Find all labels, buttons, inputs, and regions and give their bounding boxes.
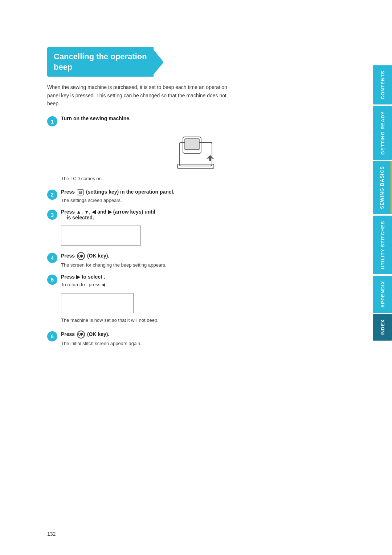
step-5-desc-return: To return to , press ◀ . [61,281,265,288]
step-5-note: The machine is now set so that it will n… [61,317,206,324]
title-block: Cancelling the operation beep [47,47,330,77]
step-6: 6 Press OK (OK key). The initial stitch … [47,331,265,347]
step-3-content: Press ▲, ▼, ◀ and ▶ (arrow keys) until i… [61,209,265,220]
divider [367,0,367,555]
main-content: Cancelling the operation beep When the s… [0,0,359,555]
intro-text: When the sewing machine is purchased, it… [47,83,236,108]
step-2-content: Press ⊟ (settings key) in the operation … [61,189,265,204]
sidebar-tab-index[interactable]: INDEX [373,314,392,341]
step-4-title: Press OK (OK key). [61,252,265,260]
step-5: 5 Press ▶ to select . To return to , pre… [47,274,265,288]
step-1: 1 Turn on the sewing machine. [47,116,265,126]
sewing-machine-svg [172,131,219,171]
step-number-3: 3 [47,210,57,220]
step-6-content: Press OK (OK key). The initial stitch sc… [61,331,265,347]
step-6-title: Press OK (OK key). [61,331,265,339]
step-number-6: 6 [47,331,57,341]
sidebar: CONTENTS GETTING READY SEWING BASICS UTI… [370,0,392,555]
step-5-title: Press ▶ to select . [61,274,265,280]
step-1-title: Turn on the sewing machine. [61,116,265,121]
step-3-title: Press ▲, ▼, ◀ and ▶ (arrow keys) until i… [61,209,265,220]
sidebar-tab-sewing-basics[interactable]: SEWING BASICS [373,161,392,214]
sidebar-tab-appendix[interactable]: APPENDIX [373,276,392,313]
ok-key-icon-6: OK [77,331,85,339]
step-number-2: 2 [47,190,57,200]
step-4: 4 Press OK (OK key). The screen for chan… [47,252,265,269]
step-1-desc: The LCD comes on. [61,175,330,182]
step-2-title: Press ⊟ (settings key) in the operation … [61,189,265,195]
step-5-screen [61,293,134,313]
step-2: 2 Press ⊟ (settings key) in the operatio… [47,189,265,204]
step-4-content: Press OK (OK key). The screen for changi… [61,252,265,269]
settings-key-icon: ⊟ [77,189,84,195]
machine-illustration [61,131,330,171]
step-1-content: Turn on the sewing machine. [61,116,265,121]
svg-rect-2 [185,139,199,150]
sidebar-tab-utility-stitches[interactable]: UTILITY STITCHES [373,216,392,274]
title-chevron-icon [154,50,164,74]
page-number: 132 [47,531,56,537]
sidebar-tab-getting-ready[interactable]: GETTING READY [373,106,392,160]
step-number-4: 4 [47,253,57,263]
step-5-content: Press ▶ to select . To return to , press… [61,274,265,288]
step-3-screen [61,226,141,246]
page-title: Cancelling the operation beep [54,52,147,72]
ok-key-icon-4: OK [77,252,85,260]
step-4-desc: The screen for changing the beep setting… [61,262,265,269]
title-background: Cancelling the operation beep [47,47,154,77]
step-number-5: 5 [47,275,57,285]
step-3: 3 Press ▲, ▼, ◀ and ▶ (arrow keys) until… [47,209,265,220]
step-6-desc: The initial stitch screen appears again. [61,340,265,347]
svg-marker-6 [207,155,214,161]
sidebar-tab-contents[interactable]: CONTENTS [373,65,392,105]
step-number-1: 1 [47,116,57,126]
step-2-desc: The settings screen appears. [61,197,265,204]
